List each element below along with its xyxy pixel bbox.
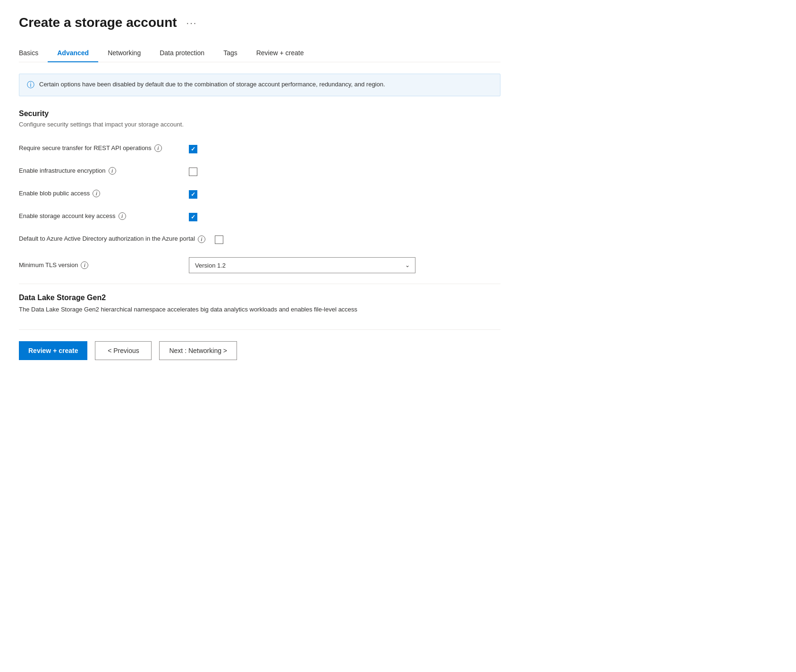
review-create-button[interactable]: Review + create: [19, 341, 87, 360]
tls-info-icon[interactable]: i: [81, 261, 88, 269]
secure-transfer-info-icon[interactable]: i: [154, 144, 162, 152]
section-divider: [19, 284, 500, 284]
storage-key-access-label: Enable storage account key access: [19, 212, 116, 220]
option-row-secure-transfer: Require secure transfer for REST API ope…: [19, 137, 500, 160]
storage-key-access-info-icon[interactable]: i: [119, 212, 126, 220]
infra-encryption-label: Enable infrastructure encryption: [19, 167, 106, 175]
ellipsis-menu-button[interactable]: ···: [183, 16, 201, 30]
aad-auth-checkbox[interactable]: [215, 235, 223, 244]
secure-transfer-checkbox[interactable]: [189, 145, 197, 153]
option-row-aad-auth: Default to Azure Active Directory author…: [19, 228, 500, 251]
tab-review-create[interactable]: Review + create: [247, 43, 313, 62]
blob-public-access-info-icon[interactable]: i: [93, 190, 100, 197]
tab-advanced[interactable]: Advanced: [48, 43, 98, 62]
security-section: Security Configure security settings tha…: [19, 109, 500, 280]
storage-key-access-checkbox[interactable]: [189, 213, 197, 221]
previous-button[interactable]: < Previous: [95, 341, 152, 360]
option-row-blob-public-access: Enable blob public access i: [19, 183, 500, 205]
tls-select-wrapper: Version 1.0 Version 1.1 Version 1.2 ⌄: [189, 257, 415, 273]
info-banner-icon: ⓘ: [27, 80, 34, 90]
page-title: Create a storage account: [19, 15, 177, 30]
option-row-tls: Minimum TLS version i Version 1.0 Versio…: [19, 251, 500, 280]
tls-version-select[interactable]: Version 1.0 Version 1.1 Version 1.2: [189, 257, 415, 273]
next-networking-button[interactable]: Next : Networking >: [159, 341, 237, 360]
infra-encryption-info-icon[interactable]: i: [109, 167, 116, 175]
aad-auth-info-icon[interactable]: i: [198, 235, 205, 243]
tab-tags[interactable]: Tags: [214, 43, 247, 62]
data-lake-title: Data Lake Storage Gen2: [19, 294, 500, 302]
secure-transfer-label: Require secure transfer for REST API ope…: [19, 144, 152, 152]
option-row-infra-encryption: Enable infrastructure encryption i: [19, 160, 500, 183]
data-lake-section: Data Lake Storage Gen2 The Data Lake Sto…: [19, 294, 500, 314]
bottom-bar: Review + create < Previous Next : Networ…: [19, 329, 500, 360]
aad-auth-label: Default to Azure Active Directory author…: [19, 235, 195, 243]
tab-networking[interactable]: Networking: [98, 43, 150, 62]
info-banner-text: Certain options have been disabled by de…: [39, 80, 385, 89]
infra-encryption-checkbox[interactable]: [189, 168, 197, 176]
tab-basics[interactable]: Basics: [19, 43, 48, 62]
tab-data-protection[interactable]: Data protection: [150, 43, 214, 62]
security-description: Configure security settings that impact …: [19, 121, 500, 128]
data-lake-description: The Data Lake Storage Gen2 hierarchical …: [19, 305, 500, 314]
blob-public-access-label: Enable blob public access: [19, 189, 90, 198]
tab-bar: Basics Advanced Networking Data protecti…: [19, 43, 500, 62]
info-banner: ⓘ Certain options have been disabled by …: [19, 74, 500, 96]
tls-label: Minimum TLS version: [19, 261, 78, 269]
option-row-storage-key-access: Enable storage account key access i: [19, 205, 500, 228]
blob-public-access-checkbox[interactable]: [189, 190, 197, 199]
security-title: Security: [19, 109, 500, 118]
